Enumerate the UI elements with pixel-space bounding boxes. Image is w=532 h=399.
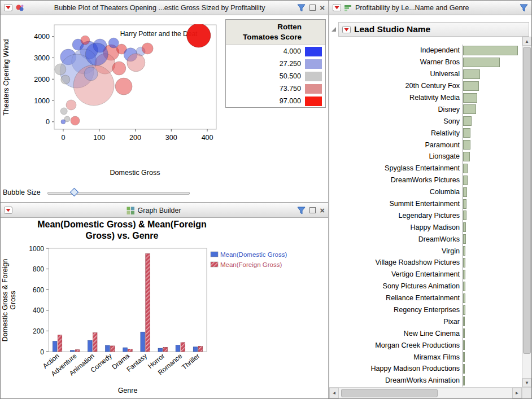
bar-foreign-gross[interactable]: [128, 349, 133, 352]
close-button[interactable]: ×: [320, 206, 325, 214]
bar-foreign-gross[interactable]: [58, 335, 62, 352]
scroll-left-icon[interactable]: ◄: [329, 388, 339, 398]
bubble[interactable]: [60, 108, 67, 115]
bubble[interactable]: [81, 36, 90, 45]
studio-label[interactable]: Virgin: [329, 247, 463, 255]
legend-row[interactable]: 97.000: [226, 95, 325, 107]
data-filter-icon[interactable]: [520, 4, 528, 12]
bubble-size-slider[interactable]: [47, 187, 190, 198]
bar-foreign-gross[interactable]: [146, 254, 150, 352]
studio-bar[interactable]: [463, 282, 465, 291]
studio-bar[interactable]: [463, 364, 465, 374]
studio-label[interactable]: Disney: [329, 106, 463, 113]
bar-domestic-gross[interactable]: [158, 348, 163, 352]
studio-label[interactable]: New Line Cinema: [329, 330, 463, 337]
bubble[interactable]: [127, 54, 145, 72]
data-filter-icon[interactable]: [297, 4, 306, 12]
bubble[interactable]: [55, 64, 66, 75]
gb-legend-swatch[interactable]: [211, 262, 218, 267]
bubble[interactable]: [108, 38, 119, 48]
studio-bar[interactable]: [463, 293, 465, 303]
red-triangle-menu-icon[interactable]: [342, 26, 351, 33]
studio-bar[interactable]: [463, 46, 518, 55]
bubble[interactable]: [61, 120, 66, 124]
horizontal-scroll-track[interactable]: [339, 388, 512, 398]
studio-bar[interactable]: [463, 340, 465, 350]
studio-bar[interactable]: [463, 187, 467, 197]
vertical-scroll-track[interactable]: [522, 46, 531, 378]
studio-label[interactable]: Sony: [329, 117, 463, 125]
studio-bar[interactable]: [463, 128, 470, 138]
bar-domestic-gross[interactable]: [106, 345, 110, 352]
bar-foreign-gross[interactable]: [163, 347, 168, 352]
studio-label[interactable]: Paramount: [329, 141, 463, 149]
slider-thumb[interactable]: [69, 188, 79, 197]
slider-track[interactable]: [47, 192, 190, 195]
horizontal-scrollbar[interactable]: ◄ ►: [329, 387, 522, 398]
bar-foreign-gross[interactable]: [198, 346, 203, 352]
studio-label[interactable]: DreamWorks Animation: [329, 376, 463, 384]
studio-label[interactable]: Happy Madison: [329, 223, 463, 231]
studio-label[interactable]: Village Roadshow Pictures: [329, 258, 463, 266]
studio-label[interactable]: DreamWorks: [329, 235, 463, 243]
bar-domestic-gross[interactable]: [88, 340, 93, 352]
studio-label[interactable]: Morgan Creek Productions: [329, 341, 463, 349]
bubble[interactable]: [71, 116, 80, 125]
vertical-scrollbar[interactable]: ▲ ▼: [522, 37, 531, 387]
studio-label[interactable]: Relativity Media: [329, 94, 463, 102]
horizontal-scroll-thumb[interactable]: [341, 389, 438, 397]
gb-legend-swatch[interactable]: [211, 252, 218, 257]
studio-bar[interactable]: [463, 246, 465, 256]
bar-foreign-gross[interactable]: [93, 333, 97, 352]
legend-row[interactable]: 4.000: [226, 45, 325, 58]
studio-label[interactable]: 20th Century Fox: [329, 82, 463, 90]
studio-label[interactable]: Summit Entertainment: [329, 200, 463, 208]
genre-gross-chart[interactable]: 02004006008001000Domestic Gross & Foreig…: [1, 244, 328, 398]
studio-bar[interactable]: [463, 328, 465, 338]
studio-label[interactable]: Sony Pictures Animation: [329, 282, 463, 290]
scroll-right-icon[interactable]: ►: [512, 388, 522, 398]
studio-label[interactable]: Vertigo Entertainment: [329, 270, 463, 278]
bubble[interactable]: [84, 67, 98, 81]
studio-bar[interactable]: [463, 222, 466, 232]
red-triangle-menu-icon[interactable]: [333, 4, 341, 11]
studio-label[interactable]: Miramax Films: [329, 353, 463, 361]
bar-domestic-gross[interactable]: [70, 350, 75, 352]
studio-bar[interactable]: [463, 352, 465, 362]
studio-bar[interactable]: [463, 305, 465, 315]
studio-label[interactable]: Warner Bros: [329, 58, 463, 66]
studio-label[interactable]: Reliance Entertainment: [329, 294, 463, 302]
bubble[interactable]: [66, 100, 76, 110]
studio-bar[interactable]: [463, 81, 479, 91]
studio-label[interactable]: Lionsgate: [329, 152, 463, 160]
bubble-harry-potter[interactable]: [187, 24, 211, 47]
studio-bar[interactable]: [463, 116, 472, 126]
studio-bar[interactable]: [463, 58, 500, 67]
maximize-button[interactable]: [309, 5, 316, 11]
bubble[interactable]: [112, 62, 126, 75]
studio-bar[interactable]: [463, 211, 466, 220]
studio-bar[interactable]: [463, 93, 477, 103]
close-button[interactable]: ×: [320, 3, 325, 12]
studio-bar[interactable]: [463, 152, 470, 161]
legend-row[interactable]: 27.250: [226, 58, 325, 70]
bar-foreign-gross[interactable]: [111, 346, 115, 352]
studio-bar[interactable]: [463, 164, 468, 173]
legend-row[interactable]: 50.500: [226, 70, 325, 82]
scroll-up-icon[interactable]: ▲: [522, 37, 531, 46]
bar-domestic-gross[interactable]: [53, 341, 57, 352]
studio-label[interactable]: Columbia: [329, 188, 463, 196]
studio-bar[interactable]: [463, 104, 476, 114]
studio-label[interactable]: Spyglass Entertainment: [329, 164, 463, 172]
bar-foreign-gross[interactable]: [181, 343, 185, 352]
studio-bar[interactable]: [463, 176, 468, 185]
bubble-plot-chart[interactable]: 010002000300040000100200300400Theaters O…: [1, 15, 224, 185]
red-triangle-menu-icon[interactable]: [4, 4, 12, 11]
studio-bar[interactable]: [463, 270, 465, 279]
studio-bar[interactable]: [463, 199, 466, 209]
data-filter-icon[interactable]: [297, 207, 306, 214]
bubble[interactable]: [142, 43, 153, 54]
legend-row[interactable]: 73.750: [226, 82, 325, 95]
maximize-button[interactable]: [309, 207, 316, 213]
bubble[interactable]: [115, 78, 132, 95]
